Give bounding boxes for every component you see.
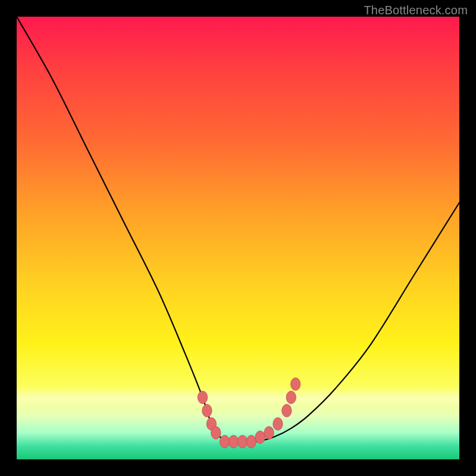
marker-dot: [291, 378, 300, 390]
marker-dot: [237, 436, 247, 448]
marker-dot: [220, 436, 229, 448]
marker-dot: [264, 427, 274, 439]
marker-dot: [273, 418, 283, 430]
marker-dot: [198, 391, 207, 403]
marker-dot: [228, 436, 238, 448]
marker-cluster: [198, 378, 300, 448]
marker-dot: [211, 427, 221, 439]
chart-frame: TheBottleneck.com: [0, 0, 476, 476]
marker-dot: [246, 436, 256, 448]
curve-group: [17, 17, 459, 442]
marker-dot: [255, 431, 265, 443]
chart-svg-layer: [17, 17, 459, 459]
marker-dot: [282, 405, 292, 417]
left-curve: [17, 17, 238, 442]
marker-dot: [202, 405, 212, 417]
right-curve: [238, 202, 459, 441]
watermark-text: TheBottleneck.com: [364, 4, 468, 17]
marker-dot: [286, 391, 296, 403]
